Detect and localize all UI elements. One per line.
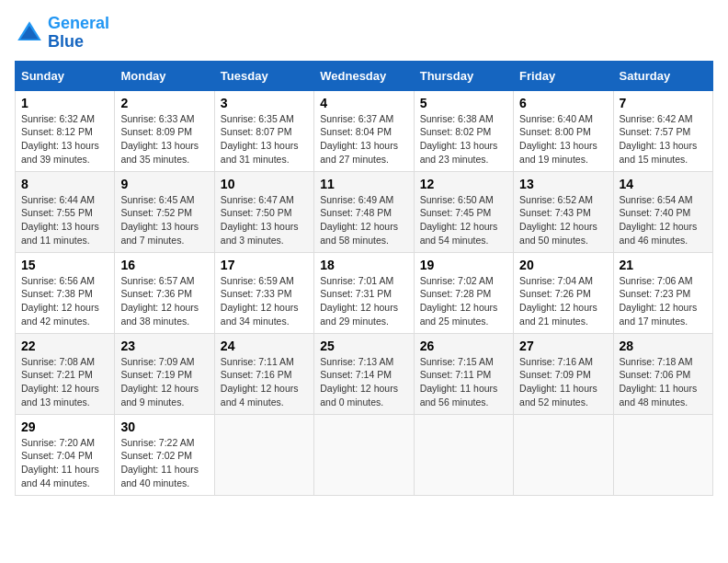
day-number: 7 (620, 96, 707, 110)
calendar-cell: 3Sunrise: 6:35 AMSunset: 8:07 PMDaylight… (214, 90, 313, 171)
calendar-header-row: SundayMondayTuesdayWednesdayThursdayFrid… (16, 61, 713, 90)
calendar-cell (414, 414, 513, 495)
calendar-table: SundayMondayTuesdayWednesdayThursdayFrid… (15, 61, 713, 496)
day-number: 5 (420, 96, 507, 110)
calendar-week-row: 8Sunrise: 6:44 AMSunset: 7:55 PMDaylight… (16, 171, 713, 252)
day-number: 23 (120, 339, 208, 353)
day-number: 28 (620, 339, 707, 353)
day-number: 22 (21, 339, 108, 353)
calendar-cell: 9Sunrise: 6:45 AMSunset: 7:52 PMDaylight… (115, 171, 214, 252)
day-info: Sunrise: 6:38 AMSunset: 8:02 PMDaylight:… (420, 112, 507, 167)
day-number: 9 (120, 177, 208, 191)
day-number: 19 (420, 258, 507, 272)
day-info: Sunrise: 7:20 AMSunset: 7:04 PMDaylight:… (21, 436, 108, 490)
header-tuesday: Tuesday (214, 61, 313, 90)
day-info: Sunrise: 7:13 AMSunset: 7:14 PMDaylight:… (320, 355, 407, 409)
calendar-cell: 6Sunrise: 6:40 AMSunset: 8:00 PMDaylight… (514, 90, 613, 171)
day-info: Sunrise: 7:02 AMSunset: 7:28 PMDaylight:… (420, 274, 507, 328)
day-info: Sunrise: 6:35 AMSunset: 8:07 PMDaylight:… (221, 112, 308, 167)
day-number: 14 (620, 177, 707, 191)
day-number: 3 (221, 96, 308, 110)
day-number: 15 (21, 258, 108, 272)
day-info: Sunrise: 6:49 AMSunset: 7:48 PMDaylight:… (320, 193, 407, 247)
day-number: 20 (519, 258, 607, 272)
day-info: Sunrise: 7:04 AMSunset: 7:26 PMDaylight:… (519, 274, 607, 328)
calendar-cell: 26Sunrise: 7:15 AMSunset: 7:11 PMDayligh… (414, 333, 513, 414)
calendar-cell: 24Sunrise: 7:11 AMSunset: 7:16 PMDayligh… (214, 333, 313, 414)
header-saturday: Saturday (613, 61, 712, 90)
day-info: Sunrise: 7:15 AMSunset: 7:11 PMDaylight:… (420, 355, 507, 409)
calendar-cell: 4Sunrise: 6:37 AMSunset: 8:04 PMDaylight… (314, 90, 414, 171)
day-number: 25 (320, 339, 407, 353)
day-number: 11 (320, 177, 407, 191)
calendar-cell: 2Sunrise: 6:33 AMSunset: 8:09 PMDaylight… (115, 90, 214, 171)
day-number: 21 (620, 258, 707, 272)
day-number: 18 (320, 258, 407, 272)
calendar-cell: 14Sunrise: 6:54 AMSunset: 7:40 PMDayligh… (613, 171, 712, 252)
day-info: Sunrise: 6:32 AMSunset: 8:12 PMDaylight:… (21, 112, 108, 167)
calendar-cell (314, 414, 414, 495)
header-thursday: Thursday (414, 61, 513, 90)
calendar-cell: 21Sunrise: 7:06 AMSunset: 7:23 PMDayligh… (613, 252, 712, 333)
calendar-cell: 25Sunrise: 7:13 AMSunset: 7:14 PMDayligh… (314, 333, 414, 414)
calendar-cell: 1Sunrise: 6:32 AMSunset: 8:12 PMDaylight… (16, 90, 115, 171)
calendar-cell: 15Sunrise: 6:56 AMSunset: 7:38 PMDayligh… (16, 252, 115, 333)
header-wednesday: Wednesday (314, 61, 414, 90)
calendar-cell: 5Sunrise: 6:38 AMSunset: 8:02 PMDaylight… (414, 90, 513, 171)
header-friday: Friday (514, 61, 613, 90)
day-info: Sunrise: 6:40 AMSunset: 8:00 PMDaylight:… (519, 112, 607, 167)
day-info: Sunrise: 7:18 AMSunset: 7:06 PMDaylight:… (620, 355, 707, 409)
calendar-cell: 17Sunrise: 6:59 AMSunset: 7:33 PMDayligh… (214, 252, 313, 333)
day-number: 8 (21, 177, 108, 191)
calendar-cell (613, 414, 712, 495)
calendar-cell: 27Sunrise: 7:16 AMSunset: 7:09 PMDayligh… (514, 333, 613, 414)
day-info: Sunrise: 7:09 AMSunset: 7:19 PMDaylight:… (120, 355, 208, 409)
day-info: Sunrise: 6:33 AMSunset: 8:09 PMDaylight:… (120, 112, 208, 167)
header-monday: Monday (115, 61, 214, 90)
day-number: 13 (519, 177, 607, 191)
day-number: 12 (420, 177, 507, 191)
calendar-cell (514, 414, 613, 495)
day-number: 16 (120, 258, 208, 272)
calendar-cell: 7Sunrise: 6:42 AMSunset: 7:57 PMDaylight… (613, 90, 712, 171)
calendar-cell: 16Sunrise: 6:57 AMSunset: 7:36 PMDayligh… (115, 252, 214, 333)
calendar-cell: 23Sunrise: 7:09 AMSunset: 7:19 PMDayligh… (115, 333, 214, 414)
calendar-cell: 19Sunrise: 7:02 AMSunset: 7:28 PMDayligh… (414, 252, 513, 333)
day-number: 24 (221, 339, 308, 353)
calendar-cell: 13Sunrise: 6:52 AMSunset: 7:43 PMDayligh… (514, 171, 613, 252)
day-number: 27 (519, 339, 607, 353)
day-info: Sunrise: 7:08 AMSunset: 7:21 PMDaylight:… (21, 355, 108, 409)
calendar-week-row: 15Sunrise: 6:56 AMSunset: 7:38 PMDayligh… (16, 252, 713, 333)
day-info: Sunrise: 7:16 AMSunset: 7:09 PMDaylight:… (519, 355, 607, 409)
calendar-week-row: 1Sunrise: 6:32 AMSunset: 8:12 PMDaylight… (16, 90, 713, 171)
calendar-cell: 12Sunrise: 6:50 AMSunset: 7:45 PMDayligh… (414, 171, 513, 252)
day-info: Sunrise: 6:44 AMSunset: 7:55 PMDaylight:… (21, 193, 108, 247)
day-number: 30 (120, 419, 208, 434)
day-info: Sunrise: 7:11 AMSunset: 7:16 PMDaylight:… (221, 355, 308, 409)
day-info: Sunrise: 6:45 AMSunset: 7:52 PMDaylight:… (120, 193, 208, 247)
day-number: 29 (21, 419, 108, 434)
calendar-week-row: 29Sunrise: 7:20 AMSunset: 7:04 PMDayligh… (16, 414, 713, 495)
page-header: General Blue (15, 15, 713, 52)
day-number: 17 (221, 258, 308, 272)
calendar-cell (214, 414, 313, 495)
calendar-cell: 18Sunrise: 7:01 AMSunset: 7:31 PMDayligh… (314, 252, 414, 333)
calendar-cell: 8Sunrise: 6:44 AMSunset: 7:55 PMDaylight… (16, 171, 115, 252)
calendar-cell: 30Sunrise: 7:22 AMSunset: 7:02 PMDayligh… (115, 414, 214, 495)
calendar-cell: 10Sunrise: 6:47 AMSunset: 7:50 PMDayligh… (214, 171, 313, 252)
day-info: Sunrise: 7:01 AMSunset: 7:31 PMDaylight:… (320, 274, 407, 328)
day-number: 26 (420, 339, 507, 353)
calendar-cell: 20Sunrise: 7:04 AMSunset: 7:26 PMDayligh… (514, 252, 613, 333)
day-info: Sunrise: 6:57 AMSunset: 7:36 PMDaylight:… (120, 274, 208, 328)
day-number: 4 (320, 96, 407, 110)
day-info: Sunrise: 7:06 AMSunset: 7:23 PMDaylight:… (620, 274, 707, 328)
day-info: Sunrise: 6:37 AMSunset: 8:04 PMDaylight:… (320, 112, 407, 167)
calendar-week-row: 22Sunrise: 7:08 AMSunset: 7:21 PMDayligh… (16, 333, 713, 414)
day-number: 1 (21, 96, 108, 110)
calendar-cell: 11Sunrise: 6:49 AMSunset: 7:48 PMDayligh… (314, 171, 414, 252)
logo-icon (15, 18, 44, 48)
calendar-cell: 22Sunrise: 7:08 AMSunset: 7:21 PMDayligh… (16, 333, 115, 414)
day-number: 2 (120, 96, 208, 110)
day-info: Sunrise: 7:22 AMSunset: 7:02 PMDaylight:… (120, 436, 208, 490)
day-info: Sunrise: 6:59 AMSunset: 7:33 PMDaylight:… (221, 274, 308, 328)
